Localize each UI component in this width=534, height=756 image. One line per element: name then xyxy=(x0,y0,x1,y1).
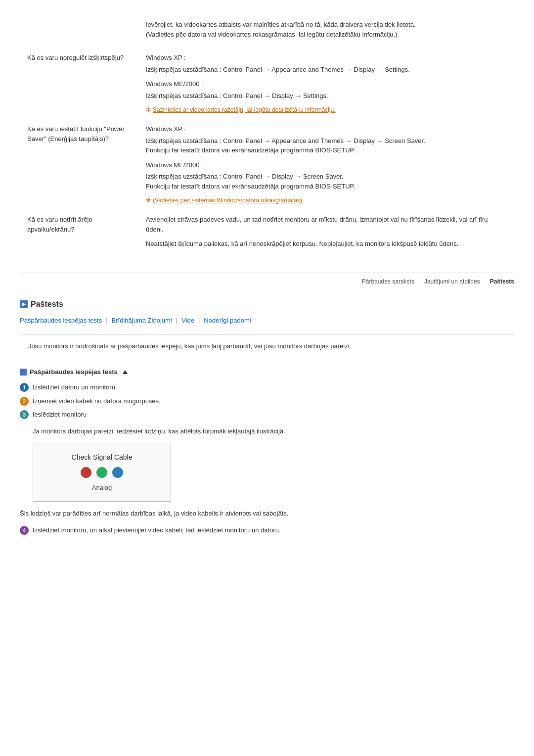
faq-answer-2-block-0: Windows XP : Izšķirtspējas uzstādīšana :… xyxy=(146,124,507,155)
faq-row-2: Kā es varu iestatīt funkciju "Power Save… xyxy=(20,119,514,210)
faq-answer-1-note: ✻ Sazinieties ar videokartes ražotāju, l… xyxy=(146,105,507,114)
sub-nav-sep-0: | xyxy=(106,317,107,324)
subsection-header: Pašpārbaudes iespējas tests xyxy=(20,368,514,376)
signal-cable-title: Check Signal Cable xyxy=(43,453,161,461)
subsection-title: Pašpārbaudes iespējas tests xyxy=(30,368,118,376)
pastests-section: ▶ Paštests Pašpārbaudes iespējas tests |… xyxy=(20,300,514,535)
signal-circle-red xyxy=(81,467,91,478)
sub-nav: Pašpārbaudes iespējas tests | Brīdinājum… xyxy=(20,317,514,324)
note-text: Šis lodziņš var parādīties arī normālas … xyxy=(20,509,514,519)
info-box: Jūsu monitors ir nodrošināts ar pašpārba… xyxy=(20,334,514,359)
step-item-1: 1 Izslēdziet datoru un monitoru. xyxy=(20,382,514,392)
faq-answer-0-text: Ievērojiet, ka videokartes atbalsts var … xyxy=(146,20,507,39)
step-item-4: 4 Izslēdziet monitoru, un atkal pievieno… xyxy=(20,525,514,535)
info-box-text: Jūsu monitors ir nodrošināts ar pašpārba… xyxy=(28,341,506,351)
step-item-3: 3 Ieslēdziet monitoru xyxy=(20,410,514,420)
faq-answer-1-block-0: Windows XP : Izšķirtspējas uzstādīšana :… xyxy=(146,53,507,74)
pastests-icon: ▶ xyxy=(20,300,28,308)
signal-circle-green xyxy=(96,467,107,478)
step-text-1: Izslēdziet datoru un monitoru. xyxy=(33,382,117,392)
nav-bar: Pārbaudes saraksts Jautājumi un atbildes… xyxy=(20,273,514,290)
faq-answer-1-content-1: Izšķirtspējas uzstādīšana : Control Pane… xyxy=(146,91,507,101)
sub-nav-link-0[interactable]: Pašpārbaudes iespējas tests xyxy=(20,317,102,324)
faq-answer-1-block-1: Windows ME/2000 : Izšķirtspējas uzstādīš… xyxy=(146,79,507,100)
faq-answer-1: Windows XP : Izšķirtspējas uzstādīšana :… xyxy=(138,48,514,119)
step3-note: Ja monitors darbojas pareizi, redzēsiet … xyxy=(33,426,514,436)
signal-circle-blue xyxy=(112,467,123,478)
faq-answer-2-block-1: Windows ME/2000 : Izšķirtspējas uzstādīš… xyxy=(146,160,507,191)
steps-list: 1 Izslēdziet datoru un monitoru. 2 Izņem… xyxy=(20,382,514,420)
step-number-4: 4 xyxy=(20,526,29,535)
step-number-3: 3 xyxy=(20,410,29,419)
pastests-heading: Paštests xyxy=(31,300,63,309)
note-prefix-icon-2: ✻ xyxy=(146,196,151,205)
step-text-4: Izslēdziet monitoru, un atkal pievienoji… xyxy=(33,525,281,535)
step-text-3: Ieslēdziet monitoru xyxy=(33,410,87,420)
faq-answer-2-title-0: Windows XP : xyxy=(146,124,507,134)
faq-question-2: Kā es varu iestatīt funkciju "Power Save… xyxy=(20,119,138,210)
faq-answer-1-title-0: Windows XP : xyxy=(146,53,507,63)
sub-nav-link-1[interactable]: Brīdinājuma Ziņojumi xyxy=(112,317,172,324)
faq-answer-3: Atvienojiet strāvas padeves vadu, un tad… xyxy=(138,210,514,258)
faq-row-1: Kā es varu noregulēt izšķirtspēju? Windo… xyxy=(20,48,514,119)
step-item-2: 2 Izņemiet video kabeli no datora mugurp… xyxy=(20,396,514,406)
signal-cable-type: Analog xyxy=(43,484,161,491)
faq-question-3: Kā es varu notīrīt ārējo apvalku/ekrānu? xyxy=(20,210,138,258)
faq-answer-3-text-0: Atvienojiet strāvas padeves vadu, un tad… xyxy=(146,215,507,234)
subsection-icon xyxy=(20,369,27,376)
sub-nav-sep-1: | xyxy=(176,317,178,324)
nav-item-parbaudes[interactable]: Pārbaudes saraksts xyxy=(362,278,414,285)
faq-question-0 xyxy=(20,15,138,48)
faq-answer-1-content-0: Izšķirtspējas uzstādīšana : Control Pane… xyxy=(146,65,507,75)
sub-nav-link-2[interactable]: Vide xyxy=(181,317,194,324)
collapse-triangle-icon[interactable] xyxy=(123,370,128,374)
faq-answer-2-note-link[interactable]: (Vadieties pēc sistēmas Windows/datora r… xyxy=(153,196,304,205)
page-container: Ievērojiet, ka videokartes atbalsts var … xyxy=(0,0,534,554)
faq-answer-2: Windows XP : Izšķirtspējas uzstādīšana :… xyxy=(138,119,514,210)
faq-answer-1-note-link[interactable]: Sazinieties ar videokartes ražotāju, lai… xyxy=(153,105,336,114)
faq-answer-0: Ievērojiet, ka videokartes atbalsts var … xyxy=(138,15,514,48)
sub-nav-link-3[interactable]: Noderīgi padomi xyxy=(204,317,251,324)
faq-question-1: Kā es varu noregulēt izšķirtspēju? xyxy=(20,48,138,119)
faq-answer-3-text-1: Neatstājiet šķīduma paliekas, kā arī nen… xyxy=(146,239,507,249)
faq-section: Ievērojiet, ka videokartes atbalsts var … xyxy=(20,15,514,258)
signal-circles xyxy=(43,467,161,478)
faq-row-3: Kā es varu notīrīt ārējo apvalku/ekrānu?… xyxy=(20,210,514,258)
step-text-2: Izņemiet video kabeli no datora mugurpus… xyxy=(33,396,161,406)
nav-item-jautajumi[interactable]: Jautājumi un atbildes xyxy=(424,278,480,285)
note-prefix-icon: ✻ xyxy=(146,105,151,114)
pastests-header: ▶ Paštests xyxy=(20,300,514,309)
signal-cable-box: Check Signal Cable Analog xyxy=(33,443,171,502)
faq-table: Ievērojiet, ka videokartes atbalsts var … xyxy=(20,15,514,258)
sub-nav-sep-2: | xyxy=(198,317,200,324)
faq-answer-2-content-0: Izšķirtspējas uzstādīšana : Control Pane… xyxy=(146,136,507,155)
faq-answer-1-title-1: Windows ME/2000 : xyxy=(146,79,507,89)
faq-row-0: Ievērojiet, ka videokartes atbalsts var … xyxy=(20,15,514,48)
step-number-1: 1 xyxy=(20,383,29,392)
step-number-2: 2 xyxy=(20,397,29,406)
faq-answer-2-title-1: Windows ME/2000 : xyxy=(146,160,507,170)
nav-item-pastests: Paštests xyxy=(490,278,514,285)
faq-answer-2-note: ✻ (Vadieties pēc sistēmas Windows/datora… xyxy=(146,196,507,205)
faq-answer-2-content-1: Izšķirtspējas uzstādīšana : Control Pane… xyxy=(146,172,507,191)
